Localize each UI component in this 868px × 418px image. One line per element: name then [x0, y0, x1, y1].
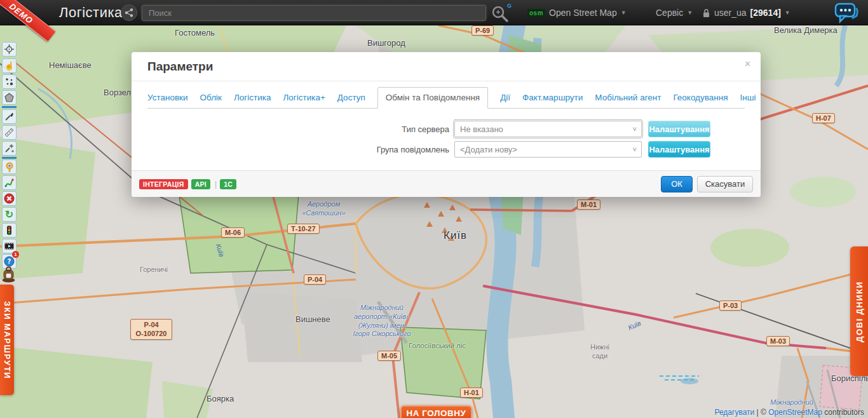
server-type-value: Не вказано: [460, 125, 503, 134]
attribution-suffix: contributors: [822, 408, 864, 417]
user-name: user_ua: [714, 8, 747, 18]
tab-dostup[interactable]: Доступ: [337, 93, 365, 108]
dialog-tabstrip: Установки Облік Логістика Логістика+ Дос…: [147, 87, 745, 109]
map-provider-label: Open Street Map: [549, 8, 617, 18]
chevron-down-icon: ▼: [621, 10, 627, 16]
wrench-icon: [4, 162, 15, 172]
tab-logistyka[interactable]: Логістика: [234, 93, 271, 108]
delete-x-icon: [4, 193, 15, 204]
tab-mobilnyi-agent[interactable]: Мобільний агент: [595, 93, 661, 108]
tab-inshi[interactable]: Інші: [740, 93, 756, 108]
attribution-separator: |: [754, 408, 761, 417]
map-provider-menu[interactable]: osm Open Street Map ▼: [527, 0, 627, 25]
crosshair-tool-button[interactable]: [2, 42, 17, 57]
home-button[interactable]: НА ГОЛОВНУ: [400, 405, 472, 418]
route-tool-button[interactable]: [2, 175, 17, 190]
dialog-divider: [132, 81, 761, 81]
points-icon: [4, 77, 14, 86]
brush-tool-button[interactable]: [2, 109, 17, 124]
road-badge: М-03: [766, 336, 790, 346]
crosshair-icon: [4, 44, 14, 54]
polygon-tool-button[interactable]: [2, 90, 17, 105]
user-menu[interactable]: user_ua [29614] ▼: [702, 0, 790, 25]
cancel-button[interactable]: Скасувати: [697, 176, 753, 192]
tab-ustanovky[interactable]: Установки: [147, 93, 188, 108]
map-label: Вишневе: [295, 314, 330, 324]
map-label-city: Київ: [444, 229, 467, 242]
trips-routes-ribbon-label: ЗКИ МАРШРУТИ: [3, 301, 12, 379]
traffic-light-icon: [4, 226, 14, 235]
tab-fakt-marshruty[interactable]: Факт.маршрути: [522, 93, 583, 108]
tab-oblik[interactable]: Облік: [200, 93, 222, 108]
magic-wand-icon: [4, 144, 14, 153]
share-button[interactable]: [121, 4, 137, 21]
directories-ribbon[interactable]: ДОВІ ДНИКИ: [850, 246, 868, 376]
road-badge: М-05: [377, 351, 401, 361]
chat-support-icon[interactable]: [834, 2, 860, 25]
osm-link[interactable]: OpenStreetMap: [768, 408, 822, 417]
refresh-tool-button[interactable]: ↻: [2, 207, 17, 222]
tab-obmin-ta-povidomlennya-active[interactable]: Обмін та Повідомлення: [377, 87, 488, 109]
integration-badge[interactable]: ІНТЕГРАЦІЯ: [139, 179, 188, 189]
trips-routes-ribbon[interactable]: ЗКИ МАРШРУТИ: [0, 285, 14, 395]
server-type-select[interactable]: Не вказано ˅: [454, 121, 642, 137]
server-settings-button[interactable]: Налаштування: [648, 121, 710, 137]
tab-diyi[interactable]: Дії: [500, 93, 510, 108]
map-label: Міжнародний: [770, 398, 813, 406]
road-badge: М-06: [221, 227, 245, 238]
tab-logistyka-plus[interactable]: Логістика+: [283, 93, 325, 108]
edit-map-link[interactable]: Редагувати: [714, 408, 754, 417]
settings-wrench-tool-button[interactable]: [2, 159, 17, 174]
hand-pointer-icon: ☝: [4, 61, 14, 71]
ruler-tool-button[interactable]: [2, 125, 17, 140]
google-search-letter: G: [507, 3, 512, 9]
traffic-light-tool-button[interactable]: [2, 223, 17, 238]
map-label: Міжнародний аеропорт «Київ» (Жуляни) іме…: [349, 304, 414, 339]
api-badge[interactable]: API: [191, 179, 210, 189]
service-menu-label: Сервіс: [656, 8, 683, 18]
multi-points-tool-button[interactable]: [2, 74, 17, 89]
trips-backpack-icon[interactable]: [1, 266, 16, 285]
tab-geokoduvannya[interactable]: Геокодування: [673, 93, 728, 108]
magic-wand-tool-button[interactable]: [2, 141, 17, 156]
message-group-label: Група повідомлень: [367, 145, 449, 154]
map-label: Нижні сади: [585, 343, 615, 361]
ruler-icon: [4, 128, 14, 137]
copyright-symbol: ©: [761, 408, 768, 417]
service-menu[interactable]: Сервіс ▼: [656, 0, 693, 25]
road-badge: М-01: [577, 199, 600, 210]
map-label: Гостомель: [175, 28, 215, 37]
road-badge: Р-03: [719, 300, 742, 311]
message-group-select[interactable]: <Додати нову> ˅: [454, 141, 642, 158]
road-badge: Р-04 О-100720: [130, 319, 172, 340]
map-label: Велика Димерка: [774, 25, 837, 35]
1c-badge[interactable]: 1С: [220, 179, 236, 189]
svg-text:?: ?: [8, 258, 11, 265]
road-badge: Т-10-27: [287, 224, 320, 234]
toolbar-divider: [2, 157, 17, 159]
user-id: [29614]: [750, 8, 781, 18]
polygon-icon: [4, 93, 14, 102]
chevron-down-icon: ▼: [687, 10, 693, 16]
message-group-value: <Додати нову>: [460, 145, 517, 154]
dialog-close-icon[interactable]: ×: [745, 58, 750, 70]
top-bar: ✕ DEMO Логістика G osm Open Street Map ▼…: [0, 0, 868, 25]
ok-button[interactable]: ОК: [661, 176, 693, 192]
search-input[interactable]: [142, 5, 486, 21]
dialog-title: Параметри: [147, 60, 213, 74]
parameters-dialog: Параметри × Установки Облік Логістика Ло…: [132, 52, 761, 197]
road-badge: Р-69: [471, 25, 494, 36]
route-icon: [4, 178, 14, 187]
brush-icon: [4, 112, 14, 121]
server-type-label: Тип сервера: [367, 125, 449, 134]
map-label: Ворзель: [104, 88, 135, 97]
hand-pointer-tool-button[interactable]: ☝: [2, 58, 17, 73]
toolbar-divider: [2, 106, 17, 108]
message-group-settings-button[interactable]: Налаштування: [648, 141, 710, 158]
help-icon: ?: [4, 256, 15, 267]
road-badge: Р-04: [304, 274, 326, 285]
chevron-down-icon: ˅: [633, 145, 637, 153]
delete-tool-button[interactable]: [2, 191, 17, 206]
refresh-icon: ↻: [5, 210, 13, 219]
video-player-icon: [4, 241, 14, 251]
